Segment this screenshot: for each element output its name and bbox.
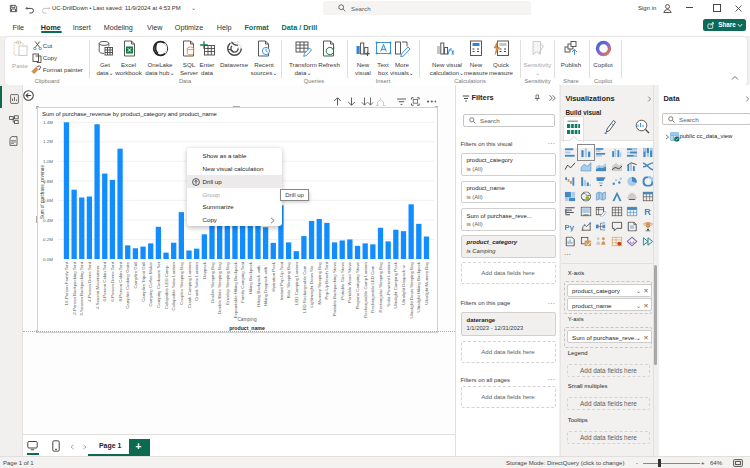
svg-text:1.0M: 1.0M [43,159,53,164]
svg-text:6-Person Dome Tent: 6-Person Dome Tent [110,261,115,302]
svg-text:Crank Camping Lantern: Crank Camping Lantern [187,261,192,308]
svg-text:4-Person Dome Tent: 4-Person Dome Tent [87,261,92,302]
svg-text:Daypack: Daypack [202,261,207,279]
svg-text:Rechargeable LED Cam...: Rechargeable LED Cam... [370,262,375,313]
svg-text:Solar-Powered Lantern: Solar-Powered Lantern [386,261,391,306]
svg-text:Camping Coffee Maker: Camping Coffee Maker [148,261,153,306]
svg-text:0.4M: 0.4M [43,218,53,223]
svg-text:Ultralight Down Sleeping Bag: Ultralight Down Sleeping Bag [409,261,414,318]
svg-text:Couples Sleeping Bag: Couples Sleeping Bag [179,261,184,305]
svg-text:Ultralight Hiking Backpack: Ultralight Hiking Backpack [416,261,421,312]
svg-text:0.0M: 0.0M [43,257,53,262]
svg-text:4-Season Mountaineer...: 4-Season Mountaineer... [95,262,100,309]
svg-text:Crank Solar Lantern: Crank Solar Lantern [194,261,199,300]
svg-text:Rectangular Sleeping Bag: Rectangular Sleeping Bag [378,261,383,312]
svg-text:LED Rechargeable Cam...: LED Rechargeable Cam... [302,262,307,313]
svg-text:2-Person Backpacking Tent: 2-Person Backpacking Tent [72,261,77,315]
svg-text:Lightweight Down Sle...: Lightweight Down Sle... [309,262,314,307]
svg-text:6-Person Cabin Tent: 6-Person Cabin Tent [102,261,107,301]
svg-text:Collapsible Solar Lantern: Collapsible Solar Lantern [171,261,176,310]
svg-text:Pop-Up Beach Tent: Pop-Up Beach Tent [324,261,329,299]
svg-text:Kids' Sleeping Bag: Kids' Sleeping Bag [286,261,291,298]
svg-text:Campfire Grill: Campfire Grill [133,262,138,289]
svg-text:10-Person Family Tent: 10-Person Family Tent [64,261,69,305]
svg-text:0.8M: 0.8M [43,179,53,184]
svg-text:Ultralight Camping Pack: Ultralight Camping Pack [393,261,398,308]
svg-text:Mummy Sleeping Bag: Mummy Sleeping Bag [317,261,322,304]
svg-text:Hiking Daypack with ...: Hiking Daypack with ... [263,262,268,306]
svg-text:Sum of purchase_revenue by pro: Sum of purchase_revenue by product_categ… [42,111,218,117]
svg-text:Portable Backpacking Stove: Portable Backpacking Stove [332,261,337,316]
svg-text:Ultralight Daypack w...: Ultralight Daypack w... [401,262,406,305]
svg-text:Collapsible LED Camp...: Collapsible LED Camp... [164,262,169,309]
svg-text:Campfire Tripod Grill: Campfire Tripod Grill [141,262,146,302]
svg-text:Double Sleeping Bag: Double Sleeping Bag [210,261,215,302]
svg-text:LED Camping Lantern: LED Camping Lantern [294,261,299,305]
svg-text:Rechargeable Camp Lantern: Rechargeable Camp Lantern [363,261,368,317]
svg-text:Hiking Backpack: Hiking Backpack [248,261,253,294]
svg-text:Family Camping Tent: Family Camping Tent [240,261,245,303]
svg-text:0.6M: 0.6M [43,198,53,203]
svg-text:3-Season Backpacking Tent: 3-Season Backpacking Tent [79,261,84,316]
svg-text:Hydration Pack: Hydration Pack [271,261,276,291]
svg-text:product_name: product_name [229,325,265,331]
svg-text:Sum of purchase_revenue: Sum of purchase_revenue [40,165,45,219]
svg-text:1.4M: 1.4M [43,120,53,125]
svg-text:Portable Wood Stove: Portable Wood Stove [347,261,352,303]
svg-text:0.2M: 0.2M [43,237,53,242]
svg-text:1.2M: 1.2M [43,139,53,144]
svg-text:Hiking Backpack with...: Hiking Backpack with... [256,262,261,307]
svg-text:Camping: Camping [237,317,257,322]
svg-text:Envelop Sleeping Bag: Envelop Sleeping Bag [225,261,230,304]
svg-text:Camping Cookware Set: Camping Cookware Set [156,261,161,308]
svg-text:8-Person Cabin Tent: 8-Person Cabin Tent [118,261,123,301]
svg-text:Double Wide Sleeping Bag: Double Wide Sleeping Bag [217,261,222,314]
svg-text:Portable Gas Stove: Portable Gas Stove [340,261,345,299]
svg-text:Instant Pop-Up Tent: Instant Pop-Up Tent [279,261,284,300]
svg-text:Ultralight Mummy Bag: Ultralight Mummy Bag [424,261,429,304]
svg-text:Py: Py [565,222,575,231]
svg-text:R: R [644,207,651,216]
svg-text:Expandable Hiking Backpack: Expandable Hiking Backpack [233,261,238,318]
svg-text:Campfire Cooking Grate: Campfire Cooking Grate [125,261,130,308]
svg-text:Propane Camping Stove: Propane Camping Stove [355,261,360,309]
